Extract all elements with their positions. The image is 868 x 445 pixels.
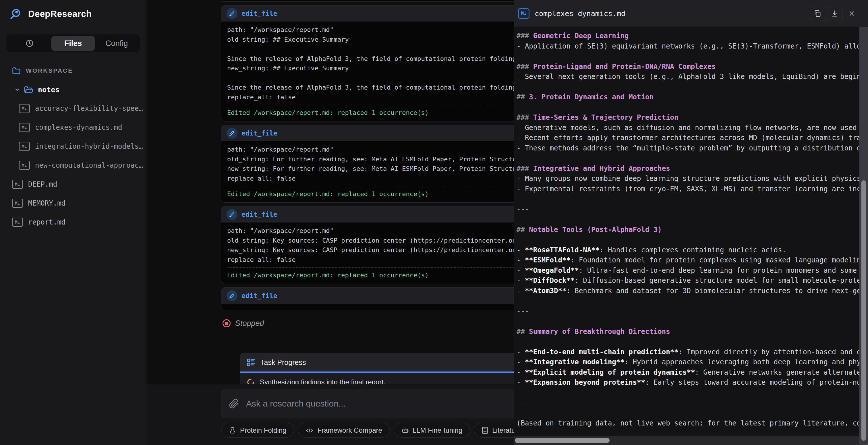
history-clock-icon <box>25 39 34 47</box>
task-progress-header: Task Progress <box>240 353 514 372</box>
app-header: DeepResearch <box>0 0 146 28</box>
code-line: old_string: For further reading, see: Me… <box>227 155 514 164</box>
tool-result: Edited /workspace/report.md: replaced 1 … <box>227 108 514 118</box>
code-line: new_string: For further reading, see: Me… <box>227 164 514 174</box>
markdown-line: ## Notable Tools (Post-AlphaFold 3) <box>517 225 859 235</box>
chip-framework-compare[interactable]: Framework Compare <box>298 423 390 438</box>
chip-label: LLM Fine-tuning <box>413 426 462 434</box>
vertical-scrollbar[interactable] <box>859 27 868 445</box>
vertical-scrollbar-thumb[interactable] <box>861 180 866 441</box>
stopped-label: Stopped <box>235 319 264 328</box>
tool-card-header[interactable]: edit_file <box>221 206 514 222</box>
markdown-line: - **End-to-end multi-chain prediction**:… <box>517 347 859 357</box>
chip-label: Framework Compare <box>317 426 382 434</box>
markdown-file-icon: M↓ <box>19 123 30 132</box>
app-title: DeepResearch <box>28 9 92 19</box>
markdown-line: ## Summary of Breakthrough Directions <box>517 327 859 337</box>
tool-card-body: path: "/workspace/report.md"old_string: … <box>221 22 514 121</box>
markdown-line <box>517 337 859 347</box>
tree-folder-notes[interactable]: notes <box>0 83 146 96</box>
markdown-line <box>517 194 859 204</box>
markdown-line <box>517 52 859 62</box>
stop-icon <box>222 319 230 327</box>
markdown-line: ## 3. Protein Dynamics and Motion <box>517 92 859 102</box>
tree-item-label: report.md <box>28 218 65 226</box>
tool-card-2: edit_filepath: "/workspace/report.md"old… <box>221 125 514 203</box>
markdown-line: - **Integrative modeling**: Hybrid appro… <box>517 357 859 368</box>
markdown-line: - **Explicit modeling of protein dynamic… <box>517 368 859 378</box>
question-input[interactable]: Ask a research question... <box>221 389 514 418</box>
pencil-icon <box>226 128 238 139</box>
chip-llm-fine-tuning[interactable]: LLM Fine-tuning <box>394 423 470 438</box>
tree-item-label: MEMORY.md <box>28 199 65 207</box>
markdown-line: - Application of SE(3) equivariant netwo… <box>517 41 859 52</box>
markdown-line <box>517 296 859 306</box>
tool-card-header[interactable]: edit_file <box>221 125 514 141</box>
task-progress-title: Task Progress <box>260 358 306 367</box>
spinner-icon <box>247 378 255 384</box>
markdown-line: ### Integrative and Hybrid Approaches <box>517 164 859 174</box>
tab-history[interactable] <box>8 36 52 51</box>
markdown-line: - These methods address the “multiple-st… <box>517 143 859 154</box>
doc-icon <box>482 426 488 434</box>
code-line <box>227 44 514 54</box>
tree-file-accuracy-flexibility-spee[interactable]: M↓accuracy-flexibility-spee… <box>0 102 146 116</box>
task-status-row: Synthesizing findings into the final rep… <box>240 373 514 384</box>
tool-card-header[interactable]: edit_file <box>221 288 514 304</box>
result-separator <box>227 186 514 186</box>
pencil-icon <box>226 290 238 301</box>
markdown-line: - Generative models, such as diffusion a… <box>517 123 859 133</box>
chip-literature-review[interactable]: Literature Review <box>474 423 514 438</box>
markdown-line <box>517 408 859 419</box>
tool-card-body <box>221 304 514 310</box>
code-line: path: "/workspace/report.md" <box>227 226 514 236</box>
composer: Ask a research question... Protein Foldi… <box>147 384 514 445</box>
markdown-line: - **OmegaFold**: Ultra-fast end-to-end d… <box>517 265 859 276</box>
open-folder-icon <box>24 85 34 94</box>
folder-icon <box>11 66 21 75</box>
suggestion-chips: Protein FoldingFramework CompareLLM Fine… <box>221 423 514 438</box>
chevron-down-icon[interactable] <box>14 86 21 93</box>
robot-icon <box>401 426 409 434</box>
tree-file-report.md[interactable]: M↓report.md <box>0 215 146 229</box>
copy-button[interactable] <box>810 6 825 21</box>
markdown-line: - Experimental restraints (from cryo-EM,… <box>517 184 859 194</box>
result-separator <box>227 267 514 267</box>
copy-icon <box>813 9 822 18</box>
markdown-line: - **Atom3D**: Benchmark and dataset for … <box>517 286 859 296</box>
tree-file-new-computational-approac[interactable]: M↓new-computational-approac… <box>0 158 146 172</box>
tool-cards: edit_filepath: "/workspace/report.md"old… <box>221 5 514 310</box>
tab-files[interactable]: Files <box>52 36 95 51</box>
markdown-line: ### Protein-Ligand and Protein-DNA/RNA C… <box>517 62 859 72</box>
close-button[interactable] <box>844 6 860 21</box>
paperclip-icon[interactable] <box>229 399 239 409</box>
tree-file-complexes-dynamics.md[interactable]: M↓complexes-dynamics.md <box>0 121 146 134</box>
horizontal-scrollbar[interactable] <box>514 436 859 445</box>
download-button[interactable] <box>827 6 842 21</box>
tree-item-workspace[interactable]: WORKSPACE <box>0 64 146 77</box>
markdown-line: - Several next-generation tools (e.g., A… <box>517 72 859 82</box>
tab-config[interactable]: Config <box>95 36 138 51</box>
file-tree: WORKSPACEnotesM↓accuracy-flexibility-spe… <box>0 52 146 229</box>
code-line: Since the release of AlphaFold 3, the fi… <box>227 83 514 92</box>
task-list-icon <box>247 358 256 367</box>
markdown-line: (Based on training data, not live web se… <box>517 418 859 428</box>
pencil-icon <box>226 8 238 19</box>
code-line: old_string: Key sources: CASP prediction… <box>227 236 514 246</box>
tree-file-DEEP.md[interactable]: M↓DEEP.md <box>0 178 146 191</box>
chip-protein-folding[interactable]: Protein Folding <box>221 423 294 438</box>
preview-filename: complexes-dynamics.md <box>535 9 808 18</box>
markdown-line <box>517 316 859 327</box>
preview-header: M↓ complexes-dynamics.md <box>514 0 868 27</box>
markdown-file-icon: M↓ <box>12 180 23 189</box>
tree-file-integration-hybrid-models[interactable]: M↓integration-hybrid-models… <box>0 139 146 153</box>
tool-card-header[interactable]: edit_file <box>221 5 514 22</box>
code-line: new_string: ## Executive Summary <box>227 63 514 73</box>
tool-name: edit_file <box>242 292 277 299</box>
chip-label: Literature Review <box>492 426 514 434</box>
markdown-line: - **DiffDock**: Diffusion-based generati… <box>517 276 859 286</box>
tree-file-MEMORY.md[interactable]: M↓MEMORY.md <box>0 196 146 210</box>
markdown-file-icon: M↓ <box>518 8 529 19</box>
app-logo-search-icon <box>9 8 22 21</box>
horizontal-scrollbar-thumb[interactable] <box>515 438 610 443</box>
